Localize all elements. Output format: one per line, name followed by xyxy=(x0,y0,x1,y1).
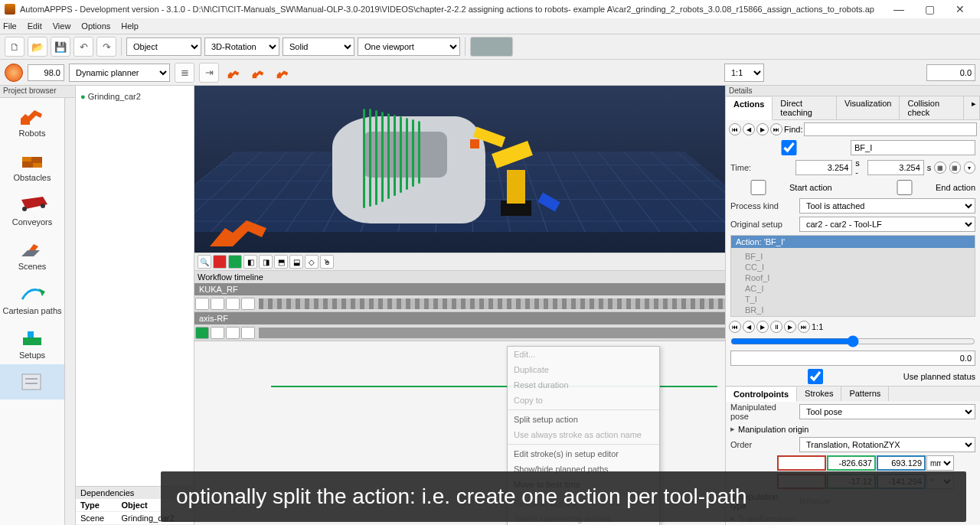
tree-node[interactable]: CC_I xyxy=(745,262,972,272)
tab-visualization[interactable]: Visualization xyxy=(837,96,900,119)
find-input[interactable] xyxy=(804,122,977,136)
ctx-split-setup[interactable]: Split setup action xyxy=(508,412,659,427)
vp-btn[interactable]: ◧ xyxy=(243,255,257,269)
rotation-select[interactable]: 3D-Rotation xyxy=(204,38,279,56)
next-icon[interactable]: ▶ xyxy=(784,321,796,333)
original-setup-select[interactable]: car2 - car2 - Tool-LF xyxy=(799,217,975,232)
track-ctrl[interactable] xyxy=(211,327,224,339)
speed-field[interactable] xyxy=(28,64,64,81)
redo-icon[interactable]: ↷ xyxy=(96,37,116,57)
track-row[interactable] xyxy=(194,295,725,312)
coord-y[interactable]: -826.637 xyxy=(827,455,876,471)
track-play-icon[interactable] xyxy=(195,327,209,339)
bf-checkbox[interactable] xyxy=(730,140,848,155)
start-action-checkbox[interactable] xyxy=(730,180,786,195)
close-button[interactable]: ✕ xyxy=(945,3,975,15)
track-axis[interactable]: axis-RF xyxy=(194,312,725,324)
tree-node[interactable]: BF_I xyxy=(745,251,972,262)
timeline-slider[interactable] xyxy=(730,335,975,347)
track-kuka[interactable]: KUKA_RF xyxy=(194,283,725,295)
tree-node[interactable]: AC_I xyxy=(745,283,972,294)
maximize-button[interactable]: ▢ xyxy=(914,3,945,15)
bf-name-field[interactable] xyxy=(851,140,975,155)
track-ctrl[interactable] xyxy=(226,298,240,310)
menu-help[interactable]: Help xyxy=(121,21,139,31)
tree-node[interactable]: BR_I xyxy=(745,305,972,315)
coord-x[interactable] xyxy=(777,455,826,471)
time-btn[interactable]: ▦ xyxy=(949,161,961,174)
pause-icon[interactable]: ⏸ xyxy=(770,321,782,333)
save-icon[interactable]: 💾 xyxy=(51,37,70,57)
ctx-copy-to[interactable]: Copy to xyxy=(508,393,659,408)
tab-actions[interactable]: Actions xyxy=(726,97,773,120)
track-ctrl[interactable] xyxy=(241,327,255,339)
first-icon[interactable]: ⏮ xyxy=(729,321,741,333)
time-from-field[interactable] xyxy=(795,160,852,175)
menu-edit[interactable]: Edit xyxy=(28,21,42,31)
shading-select[interactable]: Solid xyxy=(283,38,354,56)
tree-node[interactable]: PD_I xyxy=(745,315,972,317)
vp-zoom-icon[interactable]: 🔍 xyxy=(198,255,211,269)
tree-node[interactable]: Roof_I xyxy=(745,272,972,283)
last-icon[interactable]: ⏭ xyxy=(798,321,810,333)
tree-item-grinding[interactable]: ● Grinding_car2 xyxy=(80,90,189,103)
order-select[interactable]: Translation, RotationZYX xyxy=(799,437,975,452)
prev-icon[interactable]: ◀ xyxy=(743,123,755,135)
time-field[interactable] xyxy=(926,64,975,81)
track-ctrl[interactable] xyxy=(241,298,255,310)
viewport-select[interactable]: One viewport xyxy=(358,38,460,56)
track-play-icon[interactable] xyxy=(195,298,209,310)
pb-workflows[interactable] xyxy=(0,364,64,399)
undo-icon[interactable]: ↶ xyxy=(74,37,93,57)
prev-icon[interactable]: ◀ xyxy=(743,321,755,333)
manip-origin-row[interactable]: ▸ Manipulation origin xyxy=(726,422,980,435)
process-kind-select[interactable]: Tool is attached xyxy=(799,198,975,214)
end-action-checkbox[interactable] xyxy=(877,180,933,195)
subtab-controlpoints[interactable]: Controlpoints xyxy=(726,387,797,402)
unit-select[interactable]: mm xyxy=(926,455,954,471)
pb-cartesian-paths[interactable]: Cartesian paths xyxy=(0,276,64,320)
menu-options[interactable]: Options xyxy=(81,21,110,31)
planner-select[interactable]: Dynamic planner xyxy=(69,64,170,82)
play-icon[interactable]: ▶ xyxy=(756,321,769,333)
new-icon[interactable]: 🗋 xyxy=(5,37,24,57)
ctx-edit-strokes[interactable]: Edit stroke(s) in setup editor xyxy=(508,446,659,461)
open-icon[interactable]: 📂 xyxy=(28,37,47,57)
vp-btn[interactable]: ⬓ xyxy=(289,255,303,269)
robot-tool-icon-3[interactable] xyxy=(273,63,292,83)
tab-direct-teaching[interactable]: Direct teaching xyxy=(773,96,837,119)
speed-knob-icon[interactable] xyxy=(5,64,23,82)
vp-cube-icon[interactable] xyxy=(213,255,227,269)
tab-overflow-icon[interactable]: ▸ xyxy=(964,96,980,119)
next-icon[interactable]: ▶ xyxy=(756,123,769,135)
chevron-down-icon[interactable]: ▾ xyxy=(964,161,975,174)
menu-view[interactable]: View xyxy=(53,21,71,31)
vp-btn[interactable]: ⬒ xyxy=(274,255,288,269)
zoom-select[interactable]: 1:1 xyxy=(724,64,764,82)
minimize-button[interactable]: — xyxy=(884,3,914,15)
robot-tool-icon-1[interactable] xyxy=(224,63,243,83)
ctx-edit[interactable]: Edit... xyxy=(508,347,659,362)
use-planned-checkbox[interactable] xyxy=(730,369,900,384)
object-select[interactable]: Object xyxy=(126,38,201,56)
pb-conveyors[interactable]: Conveyors xyxy=(0,187,64,231)
time-to-field[interactable] xyxy=(867,160,924,175)
time-btn[interactable]: ▦ xyxy=(934,161,946,174)
slider-value[interactable] xyxy=(730,351,975,366)
pb-obstacles[interactable]: Obstacles xyxy=(0,142,64,187)
pb-robots[interactable]: Robots xyxy=(0,98,64,142)
ctx-duplicate[interactable]: Duplicate xyxy=(508,362,659,377)
align-icon[interactable]: ⇥ xyxy=(199,63,219,83)
last-icon[interactable]: ⏭ xyxy=(770,123,782,135)
3d-viewport[interactable] xyxy=(194,86,725,253)
pb-scenes[interactable]: Scenes xyxy=(0,231,64,276)
subtab-strokes[interactable]: Strokes xyxy=(797,386,841,401)
vp-btn[interactable]: ◨ xyxy=(259,255,273,269)
vp-cube2-icon[interactable] xyxy=(228,255,242,269)
vp-btn[interactable]: ◇ xyxy=(305,255,318,269)
track-row[interactable] xyxy=(194,324,725,341)
track-ctrl[interactable] xyxy=(226,327,240,339)
scrollbar[interactable] xyxy=(64,98,75,525)
first-icon[interactable]: ⏮ xyxy=(729,123,741,135)
coord-z[interactable]: 693.129 xyxy=(877,455,926,471)
